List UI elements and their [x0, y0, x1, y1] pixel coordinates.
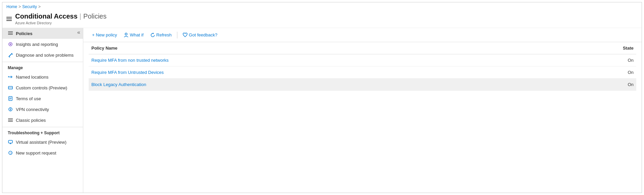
assistant-icon: [8, 139, 13, 145]
classic-icon: [8, 117, 13, 123]
svg-rect-23: [8, 140, 12, 143]
policy-name-cell: Require MFA from Untrusted Devices: [89, 66, 547, 79]
page-description: Azure Active Directory: [15, 21, 107, 25]
terms-icon: [8, 96, 13, 101]
sidebar-item-new-support[interactable]: ? New support request: [2, 147, 83, 158]
svg-rect-1: [8, 33, 13, 33]
person-icon: [124, 33, 128, 37]
sidebar-label-terms-of-use: Terms of use: [16, 96, 41, 101]
policy-state-cell-2: On: [547, 66, 636, 79]
sidebar-label-diagnose: Diagnose and solve problems: [16, 53, 74, 58]
insights-icon: [8, 41, 13, 47]
svg-point-28: [125, 33, 127, 35]
heart-icon: [183, 33, 187, 37]
title-divider: |: [80, 12, 81, 20]
sidebar-item-custom-controls[interactable]: Custom controls (Preview): [2, 82, 83, 93]
breadcrumb-home[interactable]: Home: [6, 4, 17, 9]
sidebar-item-diagnose[interactable]: Diagnose and solve problems: [2, 50, 83, 60]
refresh-label: Refresh: [156, 32, 172, 37]
title-bar: Conditional Access | Policies Azure Acti…: [2, 11, 642, 28]
policy-table: Policy Name State Require MFA from non t…: [89, 42, 636, 91]
wrench-icon: [8, 52, 13, 58]
breadcrumb: Home > Security >: [2, 2, 642, 11]
content-area: + New policy What if Refresh: [83, 28, 642, 193]
breadcrumb-security[interactable]: Security: [22, 4, 37, 9]
feedback-label: Got feedback?: [189, 32, 217, 37]
svg-line-7: [9, 57, 10, 57]
refresh-button[interactable]: Refresh: [147, 31, 175, 39]
col-header-state: State: [547, 42, 636, 54]
svg-rect-22: [8, 121, 13, 122]
sidebar-label-classic-policies: Classic policies: [16, 118, 46, 123]
sidebar-label-named-locations: Named locations: [16, 75, 49, 80]
new-policy-button[interactable]: + New policy: [89, 31, 120, 39]
policy-link-2[interactable]: Require MFA from Untrusted Devices: [91, 70, 164, 75]
support-icon: ?: [8, 150, 13, 156]
sidebar: « Policies: [2, 28, 83, 193]
what-if-button[interactable]: What if: [120, 31, 147, 39]
title-section: Conditional Access | Policies Azure Acti…: [15, 12, 107, 25]
breadcrumb-sep1: >: [19, 4, 21, 9]
breadcrumb-sep2: >: [38, 4, 40, 9]
manage-section-label: Manage: [2, 62, 83, 72]
what-if-label: What if: [130, 32, 143, 37]
sidebar-label-vpn-connectivity: VPN connectivity: [16, 107, 49, 112]
table-row: Require MFA from non trusted networks On: [89, 54, 636, 66]
toolbar-separator: [177, 32, 177, 38]
sidebar-item-vpn-connectivity[interactable]: VPN connectivity: [2, 104, 83, 115]
sidebar-item-classic-policies[interactable]: Classic policies: [2, 115, 83, 126]
sidebar-item-policies[interactable]: Policies: [2, 28, 83, 39]
refresh-icon: [150, 33, 155, 37]
sidebar-item-named-locations[interactable]: Named locations: [2, 72, 83, 82]
hamburger-icon[interactable]: [6, 17, 12, 21]
sidebar-label-new-support: New support request: [16, 150, 56, 156]
sidebar-label-policies: Policies: [16, 31, 32, 36]
policy-link-3[interactable]: Block Legacy Authentication: [91, 82, 146, 87]
sidebar-item-insights[interactable]: Insights and reporting: [2, 39, 83, 50]
policy-link-1[interactable]: Require MFA from non trusted networks: [91, 58, 169, 63]
sidebar-item-virtual-assistant[interactable]: Virtual assistant (Preview): [2, 137, 83, 147]
svg-rect-20: [8, 118, 13, 119]
feedback-button[interactable]: Got feedback?: [179, 31, 221, 39]
col-header-policy-name: Policy Name: [89, 42, 547, 54]
controls-icon: [8, 85, 13, 90]
sidebar-label-virtual-assistant: Virtual assistant (Preview): [16, 140, 66, 145]
sidebar-label-insights: Insights and reporting: [16, 42, 58, 47]
troubleshooting-section-label: Troubleshooting + Support: [2, 127, 83, 137]
main-area: « Policies: [2, 28, 642, 193]
svg-point-4: [10, 44, 11, 45]
collapse-button[interactable]: «: [77, 29, 80, 35]
policy-name-cell: Require MFA from non trusted networks: [89, 54, 547, 66]
page-title: Conditional Access: [15, 12, 78, 20]
table-row: Block Legacy Authentication On: [89, 79, 636, 91]
table-row: Require MFA from Untrusted Devices On: [89, 66, 636, 79]
table-area: Policy Name State Require MFA from non t…: [83, 42, 642, 193]
toolbar: + New policy What if Refresh: [83, 28, 642, 42]
list-icon: [8, 31, 13, 36]
policy-state-cell-1: On: [547, 54, 636, 66]
policy-name-cell: Block Legacy Authentication: [89, 79, 547, 91]
arrow-icon: [8, 74, 13, 80]
vpn-icon: [8, 107, 13, 112]
svg-rect-21: [8, 120, 13, 120]
page-subtitle: Policies: [83, 12, 107, 20]
svg-text:?: ?: [10, 152, 12, 155]
svg-rect-0: [8, 31, 13, 32]
svg-rect-2: [8, 34, 13, 35]
sidebar-label-custom-controls: Custom controls (Preview): [16, 85, 67, 90]
policy-state-cell-3: On: [547, 79, 636, 91]
sidebar-item-terms-of-use[interactable]: Terms of use: [2, 93, 83, 104]
